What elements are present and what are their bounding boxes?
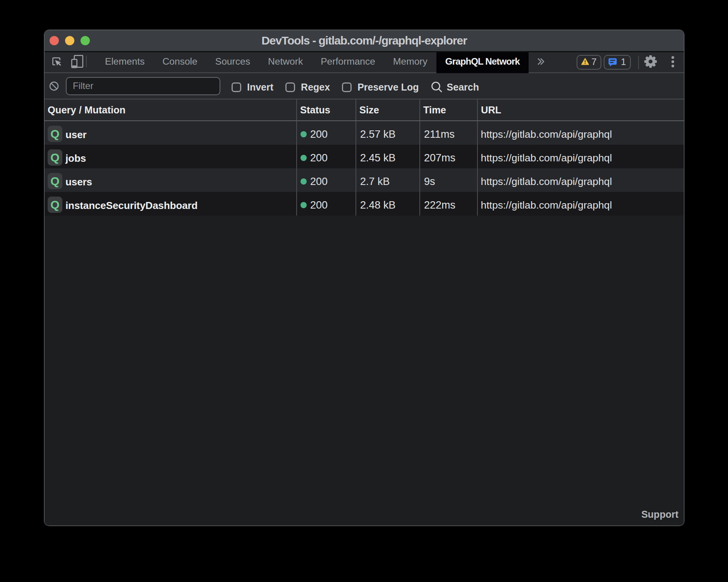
response-size: 2.45 kB	[360, 152, 396, 164]
query-type-badge: Q	[48, 173, 62, 189]
status-code: 200	[310, 199, 328, 211]
response-size: 2.57 kB	[360, 128, 396, 140]
status-cell: 200	[296, 192, 355, 216]
table-row[interactable]: Q user 200 2.57 kB 211ms https://gitlab.…	[45, 121, 684, 145]
query-type-badge: Q	[48, 149, 62, 166]
query-cell: Q jobs	[45, 145, 296, 168]
column-header-query-mutation[interactable]: Query / Mutation	[45, 99, 296, 120]
tabbar-separator	[86, 56, 87, 67]
tab-sources[interactable]: Sources	[206, 52, 259, 72]
invert-label: Invert	[247, 82, 273, 93]
url-cell: https://gitlab.com/api/graphql	[477, 192, 684, 216]
settings-gear-icon[interactable]	[643, 54, 658, 69]
query-cell: Q users	[45, 168, 296, 192]
request-url: https://gitlab.com/api/graphql	[481, 199, 612, 211]
clear-icon[interactable]	[49, 81, 59, 91]
tab-graphql-network[interactable]: GraphQL Network	[436, 52, 529, 72]
minimize-button[interactable]	[65, 36, 74, 45]
more-tabs-icon[interactable]	[537, 57, 544, 66]
tabbar-right-controls: 7 1	[577, 54, 674, 71]
query-name: user	[65, 129, 87, 141]
more-options-icon[interactable]	[671, 56, 674, 67]
requests-table: Query / Mutation Status Size Time URL Q …	[45, 99, 684, 526]
column-header-url[interactable]: URL	[477, 99, 684, 120]
tab-performance[interactable]: Performance	[312, 52, 384, 72]
column-header-time[interactable]: Time	[419, 99, 477, 120]
query-cell: Q user	[45, 121, 296, 145]
search-label: Search	[447, 82, 479, 93]
controls-separator	[638, 56, 639, 69]
devtools-window: DevTools - gitlab.com/-/graphql-explorer…	[44, 30, 684, 526]
titlebar: DevTools - gitlab.com/-/graphql-explorer	[45, 30, 684, 52]
message-icon	[608, 58, 617, 67]
column-header-status[interactable]: Status	[296, 99, 355, 120]
tab-memory[interactable]: Memory	[384, 52, 436, 72]
size-cell: 2.45 kB	[355, 145, 419, 168]
tab-network[interactable]: Network	[259, 52, 312, 72]
preserve-log-label: Preserve Log	[357, 82, 419, 93]
preserve-log-checkbox[interactable]	[342, 82, 352, 92]
size-cell: 2.57 kB	[355, 121, 419, 145]
status-ok-dot	[300, 131, 307, 137]
request-url: https://gitlab.com/api/graphql	[481, 152, 612, 164]
query-type-badge: Q	[48, 197, 62, 213]
url-cell: https://gitlab.com/api/graphql	[477, 168, 684, 192]
warning-count: 7	[591, 56, 596, 67]
table-empty-area: Support	[45, 216, 684, 526]
request-url: https://gitlab.com/api/graphql	[481, 128, 612, 140]
search-group[interactable]: Search	[431, 81, 479, 93]
response-time: 9s	[424, 176, 435, 188]
url-cell: https://gitlab.com/api/graphql	[477, 121, 684, 145]
status-code: 200	[310, 128, 328, 140]
close-button[interactable]	[50, 36, 59, 45]
inspect-element-icon[interactable]	[52, 56, 62, 67]
table-header-row: Query / Mutation Status Size Time URL	[45, 99, 684, 121]
window-title: DevTools - gitlab.com/-/graphql-explorer	[261, 34, 467, 47]
zoom-button[interactable]	[81, 36, 90, 45]
message-count: 1	[621, 56, 626, 67]
table-row[interactable]: Q jobs 200 2.45 kB 207ms https://gitlab.…	[45, 145, 684, 168]
size-cell: 2.7 kB	[355, 168, 419, 192]
regex-label: Regex	[301, 82, 330, 93]
status-cell: 200	[296, 168, 355, 192]
panel-tabs: Elements Console Sources Network Perform…	[96, 52, 529, 72]
status-ok-dot	[300, 178, 307, 185]
support-link[interactable]: Support	[641, 509, 678, 520]
size-cell: 2.48 kB	[355, 192, 419, 216]
preserve-log-checkbox-group: Preserve Log	[342, 82, 419, 93]
query-name: jobs	[65, 152, 86, 164]
query-name: instanceSecurityDashboard	[65, 200, 197, 212]
url-cell: https://gitlab.com/api/graphql	[477, 145, 684, 168]
status-cell: 200	[296, 121, 355, 145]
time-cell: 211ms	[419, 121, 477, 145]
response-time: 222ms	[424, 199, 455, 211]
status-code: 200	[310, 152, 328, 164]
kebab-dot	[671, 60, 674, 63]
table-row[interactable]: Q users 200 2.7 kB 9s https://gitlab.com…	[45, 168, 684, 192]
traffic-lights	[50, 30, 90, 51]
invert-checkbox[interactable]	[232, 82, 241, 92]
table-row[interactable]: Q instanceSecurityDashboard 200 2.48 kB …	[45, 192, 684, 216]
response-size: 2.7 kB	[360, 176, 390, 188]
toggle-device-toolbar-icon[interactable]	[71, 55, 83, 68]
messages-badge[interactable]: 1	[604, 55, 631, 70]
status-ok-dot	[300, 202, 307, 208]
invert-checkbox-group: Invert	[232, 82, 273, 93]
response-time: 211ms	[424, 128, 455, 140]
response-size: 2.48 kB	[360, 199, 396, 211]
time-cell: 222ms	[419, 192, 477, 216]
regex-checkbox-group: Regex	[285, 82, 330, 93]
request-url: https://gitlab.com/api/graphql	[481, 176, 612, 188]
query-type-badge: Q	[48, 126, 62, 142]
query-cell: Q instanceSecurityDashboard	[45, 192, 296, 216]
warnings-badge[interactable]: 7	[577, 55, 601, 70]
tab-elements[interactable]: Elements	[96, 52, 154, 72]
filter-input[interactable]	[66, 77, 220, 95]
tab-console[interactable]: Console	[154, 52, 206, 72]
regex-checkbox[interactable]	[285, 82, 295, 92]
query-name: users	[65, 176, 92, 188]
search-icon	[431, 81, 443, 93]
response-time: 207ms	[424, 152, 455, 164]
status-cell: 200	[296, 145, 355, 168]
column-header-size[interactable]: Size	[355, 99, 419, 120]
